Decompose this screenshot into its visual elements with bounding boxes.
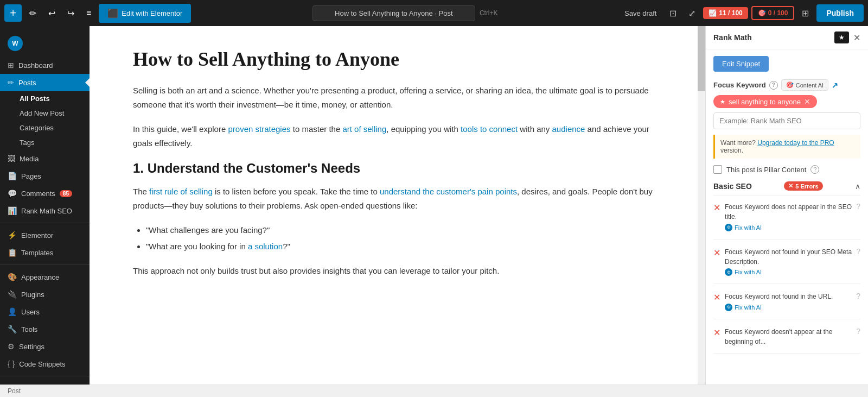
post-title-area: Ctrl+K — [194, 5, 616, 21]
post-section-1-intro: The first rule of selling is to listen b… — [133, 185, 662, 212]
error-icon-1: ✕ — [713, 203, 720, 213]
seo-score-icon: 📈 — [709, 9, 717, 17]
basic-seo-header: Basic SEO ✕ 5 Errors ∧ — [713, 181, 860, 196]
rank-math-panel: Rank Math ★ ✕ Edit Snippet Focus Keyword… — [705, 26, 868, 385]
seo-error-1: ✕ Focus Keyword does not appear in the S… — [713, 202, 860, 240]
sidebar-item-pages[interactable]: 📄 Pages — [0, 167, 90, 185]
sidebar-item-users[interactable]: 👤 Users — [0, 303, 90, 320]
sidebar-item-tags[interactable]: Tags — [0, 135, 90, 150]
sidebar-item-categories[interactable]: Categories — [0, 121, 90, 135]
error-icon-4: ✕ — [713, 327, 720, 338]
error-help-icon-4[interactable]: ? — [856, 327, 860, 336]
content-ai-icon: 🎯 — [786, 81, 794, 89]
save-draft-button[interactable]: Save draft — [619, 6, 662, 21]
error-help-icon-2[interactable]: ? — [856, 247, 860, 256]
add-button[interactable]: + — [4, 4, 22, 22]
content-score-badge[interactable]: 🎯 0 / 100 — [751, 6, 795, 20]
sidebar-item-code-snippets[interactable]: { } Code Snippets — [0, 355, 90, 373]
main-layout: W ⊞ Dashboard ✏ Posts All Posts Add New … — [0, 26, 868, 385]
list-view-button[interactable]: ≡ — [82, 5, 95, 21]
posts-icon: ✏ — [8, 78, 14, 87]
publish-button[interactable]: Publish — [816, 4, 864, 22]
post-title-input[interactable] — [312, 5, 475, 21]
error-icon-2: ✕ — [713, 248, 720, 258]
sidebar-item-tools[interactable]: 🔧 Tools — [0, 320, 90, 338]
media-icon: 🖼 — [8, 154, 15, 163]
content-score-icon: 🎯 — [758, 9, 766, 17]
sidebar-item-media[interactable]: 🖼 Media — [0, 150, 90, 167]
post-paragraph-1: Selling is both an art and a science. Wh… — [133, 84, 662, 111]
sidebar-item-dashboard[interactable]: ⊞ Dashboard — [0, 56, 90, 74]
templates-icon: 📋 — [8, 248, 17, 257]
sidebar-item-posts[interactable]: ✏ Posts — [0, 74, 90, 91]
sidebar-item-settings[interactable]: ⚙ Settings — [0, 338, 90, 355]
pencil-button[interactable]: ✏ — [25, 5, 41, 22]
sidebar-divider-3 — [0, 376, 90, 376]
collapse-chevron-icon[interactable]: ∧ — [855, 182, 860, 191]
fix-ai-icon-3: ⚙ — [725, 304, 732, 311]
plugins-icon: 🔌 — [8, 290, 17, 299]
pillar-checkbox[interactable] — [713, 165, 722, 174]
rank-math-icon: 📊 — [8, 206, 17, 215]
undo-button[interactable]: ↩ — [44, 5, 60, 22]
upgrade-link[interactable]: Upgrade today to the PRO — [757, 139, 834, 147]
error-help-icon-1[interactable]: ? — [856, 202, 860, 211]
keyword-tag-wrapper: ★ sell anything to anyone ✕ — [713, 95, 860, 112]
focus-keyword-help-icon[interactable]: ? — [769, 81, 778, 90]
sidebar-item-add-new-post[interactable]: Add New Post — [0, 106, 90, 121]
fullscreen-button[interactable]: ⤢ — [684, 5, 700, 22]
upgrade-text: Want more? — [720, 139, 756, 147]
post-content-area[interactable]: How to Sell Anything to Anyone Selling i… — [90, 26, 705, 385]
sidebar-item-all-posts[interactable]: All Posts — [0, 91, 90, 106]
sidebar-item-comments[interactable]: 💬 Comments 85 — [0, 185, 90, 202]
users-icon: 👤 — [8, 307, 17, 316]
sidebar-item-plugins[interactable]: 🔌 Plugins — [0, 286, 90, 303]
settings-panel-button[interactable]: ⊞ — [797, 5, 813, 22]
status-label: Post — [8, 387, 21, 395]
seo-score-badge[interactable]: 📈 11 / 100 — [703, 7, 748, 19]
pillar-help-icon[interactable]: ? — [810, 165, 819, 174]
status-bar: Post — [0, 385, 868, 397]
edit-with-elementor-button[interactable]: ⬛ Edit with Elementor — [99, 4, 191, 23]
panel-star-button[interactable]: ★ — [834, 31, 849, 43]
sidebar-item-elementor[interactable]: ⚡ Elementor — [0, 226, 90, 244]
error-help-icon-3[interactable]: ? — [856, 292, 860, 300]
keyword-star-icon: ★ — [720, 98, 725, 105]
appearance-icon: 🎨 — [8, 273, 17, 281]
sidebar-item-rank-math[interactable]: 📊 Rank Math SEO — [0, 202, 90, 219]
code-snippets-icon: { } — [8, 360, 15, 368]
post-title: How to Sell Anything to Anyone — [133, 48, 662, 71]
pillar-label: This post is Pillar Content — [726, 166, 806, 174]
trend-icon[interactable]: ↗ — [832, 81, 838, 90]
fix-ai-button-2[interactable]: ⚙ Fix with AI — [725, 267, 762, 277]
preview-button[interactable]: ⊡ — [665, 5, 681, 22]
post-section-1-title: 1. Understand the Customer's Needs — [133, 161, 662, 176]
scrollbar-thumb[interactable] — [698, 26, 705, 91]
scrollbar-track[interactable] — [698, 26, 705, 385]
fix-ai-icon-1: ⚙ — [725, 224, 732, 231]
keyword-remove-button[interactable]: ✕ — [804, 97, 810, 106]
content-ai-button[interactable]: 🎯 Content AI — [781, 79, 828, 91]
panel-title: Rank Math — [713, 33, 830, 42]
keyword-input[interactable] — [713, 112, 860, 129]
upgrade-notice: Want more? Upgrade today to the PRO vers… — [713, 135, 860, 159]
fix-ai-button-1[interactable]: ⚙ Fix with AI — [725, 223, 762, 232]
sidebar-item-templates[interactable]: 📋 Templates — [0, 244, 90, 261]
collapse-menu-button[interactable]: ◀ Collapse menu — [0, 380, 90, 385]
panel-close-button[interactable]: ✕ — [853, 33, 860, 43]
site-logo[interactable]: W — [0, 30, 90, 56]
error-text-3: Focus Keyword not found in the URL. ⚙ Fi… — [725, 292, 852, 312]
redo-button[interactable]: ↪ — [63, 5, 79, 22]
errors-badge: ✕ 5 Errors — [784, 181, 822, 191]
error-icon-3: ✕ — [713, 292, 720, 303]
shortcut-hint: Ctrl+K — [480, 9, 498, 17]
edit-snippet-button[interactable]: Edit Snippet — [713, 56, 769, 72]
pillar-content-row: This post is Pillar Content ? — [713, 165, 860, 174]
sidebar-item-appearance[interactable]: 🎨 Appearance — [0, 268, 90, 286]
seo-error-3: ✕ Focus Keyword not found in the URL. ⚙ … — [713, 292, 860, 319]
dashboard-icon: ⊞ — [8, 61, 14, 70]
fix-ai-button-3[interactable]: ⚙ Fix with AI — [725, 303, 762, 312]
post-bullet-2: "What are you looking for in a solution?… — [146, 240, 662, 254]
comments-badge: 85 — [60, 190, 72, 197]
wordpress-icon: W — [8, 36, 23, 51]
